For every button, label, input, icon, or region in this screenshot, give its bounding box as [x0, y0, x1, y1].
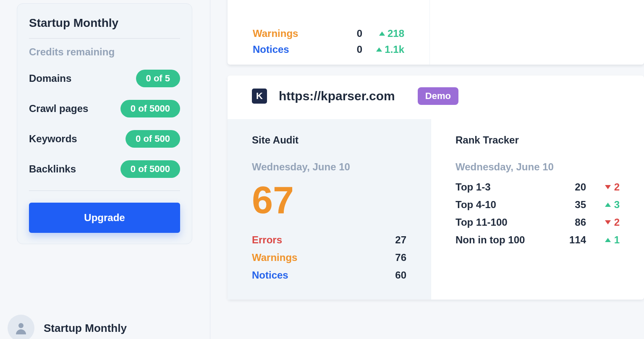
main-area: Warnings0218Notices01.1k K https://kpars…: [210, 0, 644, 339]
audit-row: Notices60: [252, 269, 406, 281]
credit-label: Domains: [29, 73, 71, 84]
site-audit-panel: Site Audit Wednesday, June 10 67 Errors2…: [228, 119, 431, 300]
rank-tracker-date: Wednesday, June 10: [456, 161, 620, 173]
rank-value: 114: [557, 234, 586, 246]
audit-value: 27: [395, 234, 406, 246]
credit-row: Backlinks0 of 5000: [29, 160, 180, 178]
credit-row: Keywords0 of 500: [29, 130, 180, 148]
credit-row: Domains0 of 5: [29, 70, 180, 87]
audit-row: Warnings76: [252, 252, 406, 263]
rank-row: Top 1-3202: [456, 181, 620, 193]
demo-badge: Demo: [418, 87, 458, 105]
caret-up-icon: [605, 203, 611, 207]
site-audit-panel-top: Warnings0218Notices01.1k: [228, 0, 430, 65]
project-card: K https://kparser.com Demo Site Audit We…: [228, 76, 644, 300]
issue-delta: 1.1k: [362, 44, 404, 55]
audit-value: 60: [395, 269, 406, 281]
audit-row: Errors27: [252, 234, 406, 246]
rank-label: Non in top 100: [456, 234, 557, 246]
caret-down-icon: [605, 185, 611, 189]
project-body: Site Audit Wednesday, June 10 67 Errors2…: [228, 119, 644, 300]
caret-up-icon: [605, 238, 611, 242]
credit-badge: 0 of 5: [136, 70, 180, 87]
credit-badge: 0 of 5000: [120, 100, 180, 117]
audit-label: Warnings: [252, 252, 297, 263]
rank-value: 86: [557, 216, 586, 228]
avatar[interactable]: [8, 315, 34, 339]
caret-up-icon: [376, 47, 382, 52]
credits-card: Startup Monthly Credits remaining Domain…: [17, 3, 192, 244]
user-footer: Startup Monthly: [8, 315, 127, 339]
divider: [29, 190, 180, 191]
site-audit-title: Site Audit: [252, 134, 406, 146]
rank-delta-value: 2: [614, 216, 620, 228]
svg-point-0: [18, 323, 24, 328]
user-name: Startup Monthly: [44, 322, 127, 335]
caret-up-icon: [379, 31, 385, 36]
issue-label: Warnings: [253, 28, 337, 39]
issue-delta-value: 218: [387, 28, 404, 39]
project-url[interactable]: https://kparser.com: [279, 89, 395, 103]
user-icon: [13, 321, 29, 336]
credit-label: Backlinks: [29, 163, 76, 175]
credit-label: Crawl pages: [29, 103, 88, 115]
rank-label: Top 4-10: [456, 199, 557, 211]
site-audit-score: 67: [252, 181, 406, 219]
rank-row: Top 4-10353: [456, 199, 620, 211]
caret-down-icon: [605, 220, 611, 224]
rank-delta: 1: [586, 234, 620, 246]
sidebar-divider: [210, 0, 210, 339]
divider: [29, 38, 180, 39]
audit-label: Notices: [252, 269, 288, 281]
issue-delta: 218: [362, 28, 404, 39]
rank-label: Top 11-100: [456, 216, 557, 228]
rank-value: 20: [557, 181, 586, 193]
audit-value: 76: [395, 252, 406, 263]
rank-delta-value: 2: [614, 181, 620, 193]
site-audit-date: Wednesday, June 10: [252, 161, 406, 173]
issue-label: Notices: [253, 44, 337, 55]
rank-delta: 2: [586, 181, 620, 193]
credits-remaining-label: Credits remaining: [29, 46, 180, 58]
plan-title: Startup Monthly: [29, 16, 180, 30]
audit-label: Errors: [252, 234, 282, 246]
rank-row: Non in top 1001141: [456, 234, 620, 246]
rank-delta: 2: [586, 216, 620, 228]
issue-row: Notices01.1k: [253, 44, 404, 55]
rank-value: 35: [557, 199, 586, 211]
rank-row: Top 11-100862: [456, 216, 620, 228]
issue-count: 0: [337, 28, 362, 39]
issue-row: Warnings0218: [253, 28, 404, 39]
credit-label: Keywords: [29, 133, 77, 145]
rank-delta-value: 1: [614, 234, 620, 246]
issue-delta-value: 1.1k: [385, 44, 404, 55]
rank-tracker-panel: Rank Tracker Wednesday, June 10 Top 1-32…: [431, 119, 644, 300]
rank-label: Top 1-3: [456, 181, 557, 193]
project-favicon: K: [252, 89, 267, 104]
rank-tracker-title: Rank Tracker: [456, 134, 620, 146]
issue-count: 0: [337, 44, 362, 55]
upgrade-button[interactable]: Upgrade: [29, 203, 180, 233]
project-card-top: Warnings0218Notices01.1k: [228, 0, 644, 65]
credit-badge: 0 of 500: [126, 130, 180, 148]
rank-delta-value: 3: [614, 199, 620, 211]
credit-row: Crawl pages0 of 5000: [29, 100, 180, 117]
rank-delta: 3: [586, 199, 620, 211]
project-header: K https://kparser.com Demo: [228, 76, 644, 119]
credit-badge: 0 of 5000: [120, 160, 180, 178]
